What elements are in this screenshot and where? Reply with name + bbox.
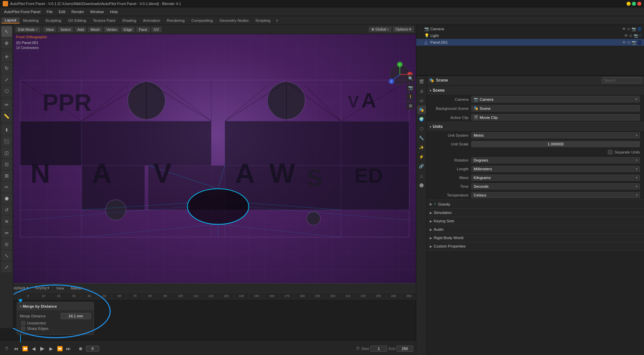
custom-properties-section[interactable]: ▶ Custom Properties (427, 242, 644, 251)
light-eye-icon[interactable]: 👁 (624, 34, 628, 38)
tc-play[interactable]: ▶ (38, 345, 46, 353)
unit-system-dropdown[interactable]: Metric ▾ (471, 132, 640, 138)
viewport-uv-menu[interactable]: UV (151, 27, 162, 32)
tool-offset-edge[interactable]: ⊞ (1, 170, 12, 181)
camera-cursor-icon[interactable]: ⊙ (627, 27, 630, 31)
merge-distance-input[interactable] (61, 313, 91, 319)
viewport-select-menu[interactable]: Select (58, 27, 73, 32)
current-frame-input[interactable] (86, 346, 99, 352)
props-object-icon[interactable]: ⬡ (417, 124, 426, 133)
tc-prev-keyframe[interactable]: ⏪ (21, 345, 29, 353)
tc-jump-prev[interactable]: ◀ (30, 345, 38, 353)
tool-shear[interactable]: ⤢ (1, 262, 12, 272)
tool-loop-cut[interactable]: ⊡ (1, 159, 12, 170)
workspace-scripting[interactable]: Scripting (252, 18, 274, 23)
tool-smooth[interactable]: ≋ (1, 216, 12, 227)
viewport-mode-dropdown[interactable]: Edit Mode ▾ (15, 27, 40, 32)
workspace-modeling[interactable]: Modeling (20, 18, 42, 23)
minimize-button[interactable] (627, 2, 631, 6)
workspace-uv-editing[interactable]: UV Editing (65, 18, 90, 23)
separate-units-checkbox[interactable] (608, 150, 612, 154)
unit-scale-value[interactable]: 1.000000 (471, 141, 640, 147)
time-dropdown[interactable]: Seconds ▾ (471, 183, 640, 189)
workspace-texture-paint[interactable]: Texture Paint (90, 18, 119, 23)
workspace-sculpting[interactable]: Sculpting (42, 18, 64, 23)
viewport-view-menu[interactable]: View (43, 27, 57, 32)
gravity-section[interactable]: ▶ ✓ Gravity (427, 200, 644, 209)
tc-jump-next[interactable]: ▶ (47, 345, 55, 353)
merge-popup-header[interactable]: ▾ Merge by Distance (17, 302, 94, 310)
active-clip-value[interactable]: 🎬 Movie Clip (471, 114, 640, 121)
merge-sharp-edges-checkbox[interactable] (21, 326, 25, 330)
menu-render[interactable]: Render (69, 9, 87, 14)
props-render-icon[interactable]: 🎬 (417, 77, 426, 86)
bg-scene-value[interactable]: 🎭 Scene (471, 105, 640, 112)
menu-edit[interactable]: Edit (56, 9, 68, 14)
rigid-body-world-section[interactable]: ▶ Rigid Body World (427, 234, 644, 242)
rotation-dropdown[interactable]: Degrees ▾ (471, 157, 640, 163)
viewport-mesh-menu[interactable]: Mesh (88, 27, 102, 32)
close-button[interactable] (637, 2, 641, 6)
props-search-input[interactable] (602, 77, 642, 83)
props-world-icon[interactable]: 🌍 (417, 115, 426, 124)
tool-push-pull[interactable]: ⤡ (1, 250, 12, 261)
tool-cursor[interactable]: ⊕ (1, 38, 12, 48)
temperature-dropdown[interactable]: Celsius ▾ (471, 192, 640, 198)
props-object-data-icon[interactable]: △ (417, 171, 426, 180)
maximize-button[interactable] (632, 2, 636, 6)
timeline-marker-menu[interactable]: Marker (69, 285, 84, 291)
menu-autopilot[interactable]: AutoPilot Front Panel (1, 9, 43, 14)
length-dropdown[interactable]: Millimeters ▾ (471, 166, 640, 172)
timeline-view-menu[interactable]: View (54, 285, 66, 291)
outliner-item-panel001[interactable]: △ Panel.001 👁 ⊙ 📷 □ (416, 39, 644, 46)
tool-annotate[interactable]: ✏ (1, 99, 12, 110)
viewport-zoom-in[interactable]: 🔍 (407, 75, 415, 83)
tool-edge-slide[interactable]: ⇔ (1, 227, 12, 238)
workspace-compositing[interactable]: Compositing (188, 18, 216, 23)
tool-select[interactable]: ↖ (1, 26, 12, 37)
viewport-vertex-menu[interactable]: Vertex (104, 27, 119, 32)
workspace-animation[interactable]: Animation (140, 18, 163, 23)
workspace-shading[interactable]: Shading (119, 18, 140, 23)
menu-file[interactable]: File (44, 9, 56, 14)
camera-prop-value[interactable]: 📷 Camera ✕ (471, 96, 640, 102)
tool-spin[interactable]: ↺ (1, 205, 12, 215)
camera-eye-icon[interactable]: 👁 (622, 27, 626, 31)
viewport-grid-toggle[interactable]: ⊞ (407, 102, 415, 110)
light-cursor-icon[interactable]: ⊙ (629, 34, 632, 38)
workspace-rendering[interactable]: Rendering (163, 18, 188, 23)
tool-measure[interactable]: 📏 (1, 111, 12, 122)
props-constraints-icon[interactable]: 🔗 (417, 162, 426, 171)
scene-section-header[interactable]: ▾ Scene (427, 86, 644, 95)
simulation-section[interactable]: ▶ Simulation (427, 209, 644, 217)
panel001-cursor-icon[interactable]: ⊙ (627, 40, 630, 45)
tool-bevel[interactable]: ◫ (1, 147, 12, 158)
viewport-edge-menu[interactable]: Edge (121, 27, 135, 32)
tc-record[interactable]: ⏺ (76, 345, 85, 353)
tool-transform[interactable]: ⬡ (1, 86, 12, 96)
add-workspace-button[interactable]: + (274, 18, 280, 23)
viewport[interactable]: N A V A W S ED A V PPR X Y Z � (13, 34, 416, 283)
audio-section[interactable]: ▶ Audio (427, 225, 644, 234)
transform-orientation[interactable]: ⊕ Global ▾ (369, 27, 391, 32)
menu-help[interactable]: Help (107, 9, 121, 14)
viewport-options[interactable]: Options ▾ (393, 27, 414, 32)
props-view-layer-icon[interactable]: 🗂 (417, 96, 426, 105)
props-material-icon[interactable]: ⬤ (417, 181, 426, 189)
merge-unselected-checkbox[interactable] (21, 321, 25, 325)
viewport-face-menu[interactable]: Face (136, 27, 150, 32)
units-section-header[interactable]: ▾ Units (427, 122, 644, 131)
workspace-layout[interactable]: Layout (1, 17, 20, 24)
tool-move[interactable]: ✛ (1, 51, 12, 62)
panel001-render-icon[interactable]: 📷 (632, 40, 636, 45)
light-render-icon[interactable]: 📷 (634, 34, 638, 38)
viewport-walkmode[interactable]: 🚶 (407, 93, 415, 101)
outliner-item-light[interactable]: 💡 Light 👁 ⊙ 📷 □ (416, 32, 644, 39)
tc-start-frame[interactable] (370, 346, 387, 352)
tool-knife[interactable]: ✂ (1, 182, 12, 192)
tool-extrude[interactable]: ⬆ (1, 125, 12, 135)
panel001-eye-icon[interactable]: 👁 (622, 40, 626, 45)
tool-rotate[interactable]: ↻ (1, 63, 12, 74)
tool-inset[interactable]: ⬛ (1, 136, 12, 147)
props-modifier-icon[interactable]: 🔧 (417, 134, 426, 142)
